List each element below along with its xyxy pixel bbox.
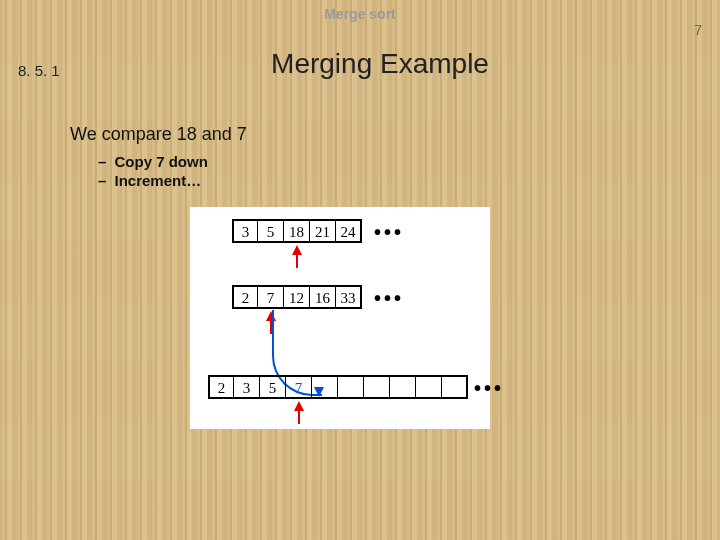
array-out: 2 3 5 7 (208, 375, 468, 399)
bullet-item: Increment… (98, 172, 720, 189)
body-text: We compare 18 and 7 (70, 124, 720, 145)
cell: 24 (336, 219, 362, 243)
section-number: 8. 5. 1 (18, 62, 60, 79)
array-b: 2 7 12 16 33 (232, 285, 362, 309)
cell: 16 (310, 285, 336, 309)
ellipsis-icon: ••• (374, 221, 404, 244)
header-title: Merge sort (0, 0, 720, 22)
cell: 18 (284, 219, 310, 243)
cell (390, 375, 416, 399)
bullet-item: Copy 7 down (98, 153, 720, 170)
cell (364, 375, 390, 399)
cell: 3 (232, 219, 258, 243)
page-number: 7 (694, 22, 702, 38)
cell: 2 (208, 375, 234, 399)
cell (442, 375, 468, 399)
cell: 12 (284, 285, 310, 309)
cell: 3 (234, 375, 260, 399)
array-a: 3 5 18 21 24 (232, 219, 362, 243)
ellipsis-icon: ••• (474, 377, 504, 400)
cell (312, 375, 338, 399)
cell: 2 (232, 285, 258, 309)
pointer-a-shaft (296, 254, 298, 268)
bullet-list: Copy 7 down Increment… (98, 153, 720, 189)
cell: 7 (286, 375, 312, 399)
slide-title: Merging Example (40, 48, 720, 80)
slide-body: We compare 18 and 7 Copy 7 down Incremen… (70, 124, 720, 429)
pointer-out-shaft (298, 410, 300, 424)
cell: 5 (260, 375, 286, 399)
cell: 5 (258, 219, 284, 243)
cell (416, 375, 442, 399)
cell: 21 (310, 219, 336, 243)
merge-diagram: 3 5 18 21 24 ••• 2 7 12 16 33 ••• 2 3 5 (190, 207, 490, 429)
cell: 33 (336, 285, 362, 309)
cell: 7 (258, 285, 284, 309)
ellipsis-icon: ••• (374, 287, 404, 310)
cell (338, 375, 364, 399)
